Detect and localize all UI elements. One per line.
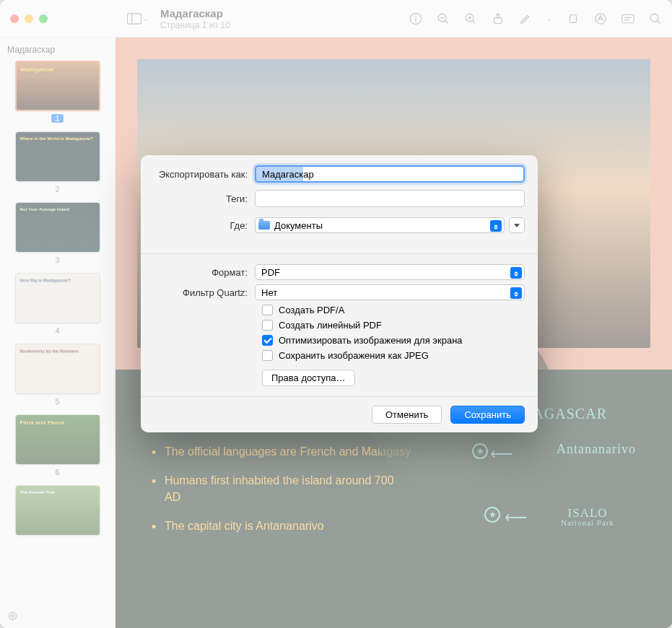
quartz-filter-select[interactable]: Нет xyxy=(255,284,525,300)
save-button[interactable]: Сохранить xyxy=(450,406,525,424)
tags-input[interactable] xyxy=(255,190,525,207)
export-as-label: Экспортировать как: xyxy=(154,169,255,180)
expand-location-button[interactable] xyxy=(509,217,525,233)
chevron-updown-icon xyxy=(510,287,522,299)
pdfa-checkbox-label: Создать PDF/A xyxy=(279,305,344,315)
chevron-updown-icon xyxy=(490,220,502,232)
checkbox-icon xyxy=(262,335,273,346)
linear-pdf-checkbox-label: Создать линейный PDF xyxy=(279,320,382,331)
where-label: Где: xyxy=(154,220,255,231)
checkbox-icon xyxy=(262,320,273,331)
filename-input[interactable] xyxy=(255,165,525,183)
pdfa-checkbox-row[interactable]: Создать PDF/A xyxy=(262,305,525,315)
where-select[interactable]: Документы xyxy=(255,217,505,233)
jpeg-checkbox-label: Сохранить изображения как JPEG xyxy=(279,350,429,361)
tags-label: Теги: xyxy=(154,193,255,204)
folder-icon xyxy=(258,221,270,230)
linear-pdf-checkbox-row[interactable]: Создать линейный PDF xyxy=(262,320,525,331)
jpeg-checkbox-row[interactable]: Сохранить изображения как JPEG xyxy=(262,350,525,361)
optimize-images-checkbox-label: Оптимизировать изображения для экрана xyxy=(279,335,463,346)
quartz-filter-label: Фильтр Quartz: xyxy=(154,287,255,298)
cancel-button[interactable]: Отменить xyxy=(372,406,442,424)
export-dialog: Экспортировать как: Теги: Где: Документы xyxy=(141,155,538,432)
app-window: ⌄ Мадагаскар Страница 1 из 10 ⌄ Мадагаск… xyxy=(0,0,672,628)
checkbox-icon xyxy=(262,305,273,315)
chevron-updown-icon xyxy=(510,267,522,279)
permissions-button[interactable]: Права доступа… xyxy=(262,370,355,386)
checkbox-icon xyxy=(262,350,273,361)
optimize-images-checkbox-row[interactable]: Оптимизировать изображения для экрана xyxy=(262,335,525,346)
dialog-footer: Отменить Сохранить xyxy=(141,396,538,432)
format-label: Формат: xyxy=(154,267,255,278)
format-select[interactable]: PDF xyxy=(255,264,525,280)
